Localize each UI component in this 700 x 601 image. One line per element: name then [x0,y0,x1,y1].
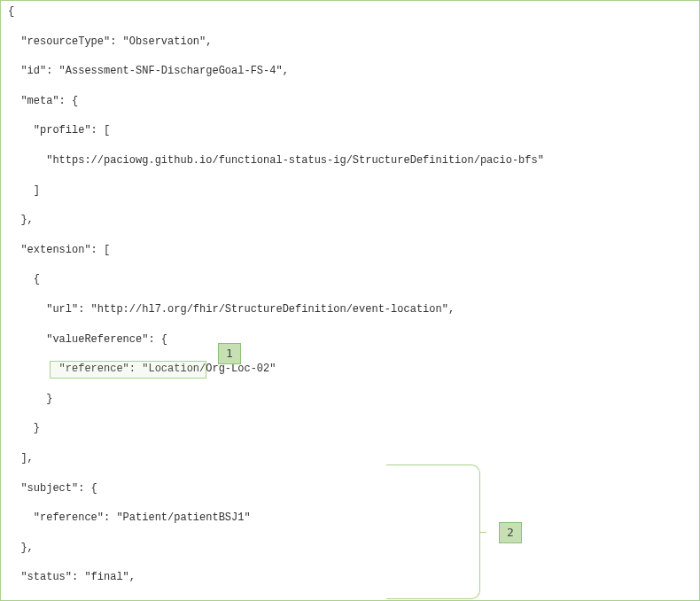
brace-performer [386,464,480,599]
code-line: "extension": [ [8,243,692,258]
code-line: "resourceType": "Observation", [8,35,692,50]
code-line: }, [8,541,692,556]
code-line: "subject": { [8,481,692,496]
code-line: "meta": { [8,94,692,109]
json-code-panel: { "resourceType": "Observation", "id": "… [0,0,700,601]
code-line: "status": "final", [8,570,692,585]
code-line: ], [8,451,692,466]
code-line: "valueReference": { [8,332,692,347]
code-line: { [8,4,692,20]
code-line: "url": "http://hl7.org/fhir/StructureDef… [8,302,692,317]
callout-1: 1 [218,343,241,364]
callout-2: 2 [499,522,522,543]
code-line: "reference": "Location/Org-Loc-02" [8,362,692,377]
code-line: { [8,272,692,287]
code-line: }, [8,213,692,228]
code-line: "profile": [ [8,123,692,138]
code-block: { "resourceType": "Observation", "id": "… [8,4,692,601]
code-line: } [8,421,692,436]
code-line: ] [8,183,692,199]
code-line: "https://paciowg.github.io/functional-st… [8,153,692,168]
code-line: } [8,392,692,407]
code-line: "id": "Assessment-SNF-DischargeGoal-FS-4… [8,64,692,79]
code-line: "reference": "Patient/patientBSJ1" [8,511,692,526]
